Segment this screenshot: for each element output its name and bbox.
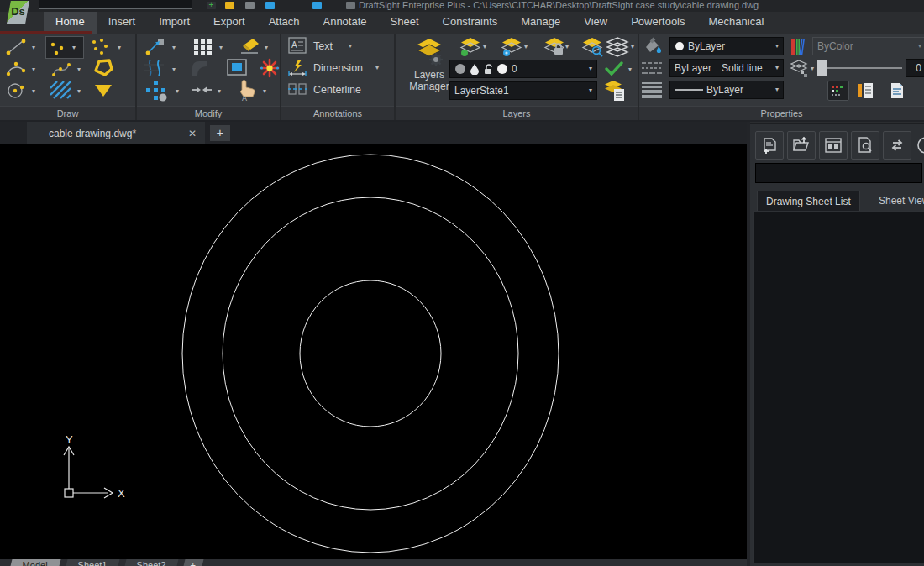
tab-powertools[interactable]: Powertools (619, 12, 696, 34)
pattern-dropdown-icon[interactable]: ▾ (219, 45, 223, 51)
line-weight-dropdown[interactable]: ByLayer ▾ (669, 81, 784, 99)
scale-icon[interactable] (191, 84, 213, 96)
rich-line-settings-button[interactable] (827, 81, 849, 101)
layer-stack-dropdown-icon[interactable]: ▾ (631, 44, 634, 50)
pattern-icon[interactable] (192, 38, 213, 56)
layer-preview-icon[interactable] (581, 37, 603, 57)
rgb-stripes-icon[interactable] (790, 39, 806, 55)
refresh-sheet-list-button[interactable] (883, 131, 911, 160)
share-icon[interactable] (312, 2, 322, 9)
preview-sheet-button[interactable] (851, 131, 879, 160)
stretch-dropdown-icon[interactable]: ▾ (172, 45, 176, 51)
tab-export[interactable]: Export (202, 12, 257, 34)
tab-constraints[interactable]: Constraints (431, 12, 510, 34)
layer-states-manager-icon[interactable] (604, 80, 626, 102)
undo-icon[interactable] (346, 2, 355, 9)
sheet-search-input[interactable] (755, 163, 922, 183)
line-weight-icon[interactable] (641, 81, 663, 98)
sheet-tab-sheet1[interactable]: Sheet1 (64, 559, 120, 566)
print-icon[interactable] (265, 2, 275, 9)
spline-dropdown-icon[interactable]: ▾ (77, 66, 81, 73)
tab-view[interactable]: View (572, 12, 619, 34)
transparency-slider-handle[interactable] (817, 60, 827, 76)
edit-text-dropdown-icon[interactable]: ▾ (263, 88, 266, 95)
dimension-icon[interactable] (288, 59, 307, 77)
drawing-sheet-list-content[interactable] (753, 211, 924, 563)
sheet-palette-button[interactable] (819, 131, 848, 160)
text-button[interactable]: Text (313, 40, 333, 52)
tab-import[interactable]: Import (147, 12, 202, 34)
polygon-icon[interactable] (92, 58, 114, 78)
check-dropdown-icon[interactable]: ▾ (628, 66, 632, 73)
transparency-mode-dropdown-icon[interactable]: ▾ (918, 43, 921, 50)
multiple-points-icon[interactable] (89, 38, 111, 56)
fillet-icon[interactable] (189, 58, 211, 78)
layer-on-toggle-icon[interactable] (459, 37, 481, 57)
transparency-mode-dropdown[interactable]: ByColor ▾ (812, 37, 924, 55)
properties-document-button[interactable] (886, 81, 908, 101)
erase-icon[interactable] (238, 36, 261, 56)
spline-icon[interactable] (50, 60, 72, 78)
line-color-dropdown[interactable]: ByLayer ▾ (669, 37, 784, 55)
explode-icon[interactable] (260, 58, 280, 78)
active-layer-dropdown[interactable]: 0 ▾ (449, 60, 597, 78)
entity-transparency-icon[interactable] (790, 60, 809, 78)
erase-dropdown-icon[interactable]: ▾ (265, 45, 268, 51)
transparency-slider-track[interactable] (827, 67, 902, 69)
import-sheet-button[interactable] (787, 131, 816, 160)
entity-transparency-dropdown-icon[interactable]: ▾ (811, 66, 814, 72)
layer-state-dropdown[interactable]: LayerState1 ▾ (449, 81, 597, 100)
tab-mechanical[interactable]: Mechanical (697, 12, 776, 34)
line-weight-dropdown-icon[interactable]: ▾ (775, 86, 779, 93)
move-icon[interactable] (145, 80, 169, 102)
line-color-icon[interactable] (643, 37, 663, 55)
line-color-dropdown-icon[interactable]: ▾ (775, 43, 779, 50)
layer-on-dropdown-icon[interactable]: ▾ (483, 44, 486, 50)
text-dropdown-icon[interactable]: ▾ (349, 43, 352, 50)
tab-sheet-views[interactable]: Sheet Views (870, 191, 924, 212)
tab-drawing-sheet-list[interactable]: Drawing Sheet List (757, 191, 860, 212)
active-layer-dropdown-icon[interactable]: ▾ (589, 66, 592, 72)
tab-sheet[interactable]: Sheet (379, 12, 431, 34)
hatch-dropdown-icon[interactable]: ▾ (77, 88, 81, 95)
text-icon[interactable]: A (288, 37, 307, 54)
sheet-tab-model[interactable]: Model (8, 559, 61, 566)
new-drawing-sheet-button[interactable] (755, 131, 784, 160)
arc-dropdown-icon[interactable]: ▾ (32, 66, 35, 73)
help-circle-icon[interactable] (916, 136, 924, 155)
save-icon[interactable] (245, 2, 255, 9)
tab-insert[interactable]: Insert (97, 12, 148, 34)
open-folder-icon[interactable] (225, 2, 234, 9)
line-style-dropdown[interactable]: ByLayer Solid line ▾ (669, 59, 784, 77)
sheet-tab-sheet2[interactable]: Sheet2 (123, 559, 179, 566)
point-tool-active-button[interactable]: ▾ (45, 36, 84, 59)
move-dropdown-icon[interactable]: ▾ (176, 88, 179, 95)
line-dropdown-icon[interactable]: ▾ (32, 45, 35, 51)
dimension-button[interactable]: Dimension (313, 62, 363, 74)
layer-confirm-check-icon[interactable] (604, 61, 624, 76)
arc-icon[interactable] (5, 60, 27, 78)
close-document-icon[interactable]: ✕ (188, 128, 197, 139)
layer-freeze-dropdown-icon[interactable]: ▾ (524, 44, 528, 50)
tab-annotate[interactable]: Annotate (311, 12, 378, 34)
document-tab[interactable]: cable drawing.dwg* ✕ (27, 122, 205, 144)
trim-icon[interactable] (142, 58, 167, 78)
dimension-dropdown-icon[interactable]: ▾ (375, 65, 379, 71)
new-file-icon[interactable]: + (207, 2, 216, 9)
new-sheet-tab-button[interactable]: + (181, 559, 204, 566)
drawing-canvas[interactable]: Y X (0, 144, 747, 559)
centerline-button[interactable]: Centerline (313, 84, 361, 96)
circle-dropdown-icon[interactable]: ▾ (32, 88, 35, 95)
annotation-monitor-button[interactable] (854, 81, 876, 101)
layer-state-dropdown-icon[interactable]: ▾ (589, 87, 592, 94)
scale-dropdown-icon[interactable]: ▾ (218, 88, 221, 95)
edit-text-hand-icon[interactable]: A (234, 78, 258, 102)
line-style-dropdown-icon[interactable]: ▾ (775, 65, 779, 71)
layer-freeze-icon[interactable] (501, 37, 522, 57)
points-dropdown-icon[interactable]: ▾ (118, 45, 121, 51)
new-document-tab-button[interactable]: + (210, 125, 230, 141)
line-style-icon[interactable] (641, 60, 663, 76)
trim-dropdown-icon[interactable]: ▾ (172, 66, 176, 73)
solid-region-icon[interactable] (92, 82, 114, 99)
layer-lock-icon[interactable] (543, 37, 565, 57)
